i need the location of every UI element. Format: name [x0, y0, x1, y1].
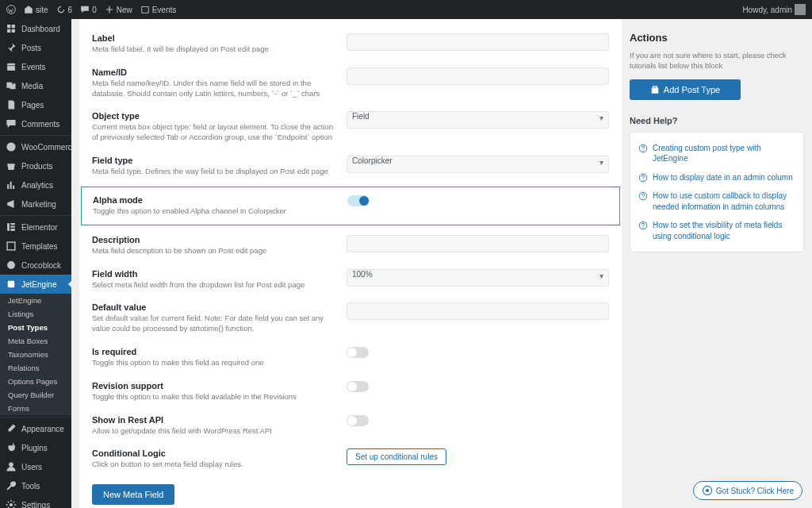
submenu-meta-boxes[interactable]: Meta Boxes [0, 334, 71, 348]
field-conditional: Conditional LogicClick on button to set … [92, 442, 609, 476]
updates[interactable]: 6 [56, 5, 73, 14]
revision-toggle[interactable] [347, 381, 369, 392]
menu-settings[interactable]: Settings [0, 495, 71, 508]
menu-events[interactable]: Events [0, 57, 71, 76]
field-description: DescriptionMeta field description to be … [92, 229, 609, 263]
help-link[interactable]: Creating custom post type with JetEngine [638, 139, 795, 168]
account-link[interactable]: Howdy, admin [742, 4, 806, 15]
svg-point-19 [642, 198, 643, 198]
menu-woocommerce[interactable]: WooCommerce [0, 137, 71, 156]
svg-point-17 [642, 179, 643, 180]
menu-analytics[interactable]: Analytics [0, 175, 71, 194]
menu-templates[interactable]: Templates [0, 237, 71, 256]
svg-rect-1 [142, 6, 148, 13]
svg-point-0 [7, 6, 16, 14]
menu-tools[interactable]: Tools [0, 476, 71, 495]
menu-plugins[interactable]: Plugins [0, 438, 71, 457]
help-title: Need Help? [630, 116, 804, 125]
svg-rect-7 [10, 229, 15, 231]
field-label: LabelMeta field label. It will be displa… [92, 27, 609, 61]
object-type-select[interactable]: Field [347, 111, 609, 129]
field-object-type: Object typeCurrent meta box object type:… [92, 105, 609, 149]
svg-rect-5 [10, 223, 15, 225]
wp-logo[interactable] [6, 5, 16, 14]
admin-topbar: site 6 0 New Events Howdy, admin [0, 0, 812, 19]
help-link[interactable]: How to set the visibility of meta fields… [638, 216, 795, 245]
submenu-taxonomies[interactable]: Taxonomies [0, 348, 71, 361]
admin-sidebar: DashboardPostsEventsMediaPagesCommentsWo… [0, 19, 71, 508]
submenu-relations[interactable]: Relations [0, 361, 71, 375]
menu-posts[interactable]: Posts [0, 38, 71, 57]
field-default: Default valueSet default value for curre… [92, 296, 609, 341]
comments-count[interactable]: 0 [80, 5, 97, 14]
menu-crocoblock[interactable]: Crocoblock [0, 256, 71, 275]
svg-point-12 [10, 503, 13, 506]
menu-users[interactable]: Users [0, 457, 71, 476]
nameid-input[interactable] [347, 67, 609, 85]
svg-point-11 [9, 462, 13, 467]
rest-toggle[interactable] [347, 415, 369, 426]
svg-rect-2 [7, 64, 15, 71]
svg-rect-6 [10, 226, 15, 228]
menu-media[interactable]: Media [0, 76, 71, 95]
default-input[interactable] [347, 302, 609, 320]
new-meta-field-button[interactable]: New Meta Field [92, 484, 174, 505]
svg-point-21 [642, 227, 643, 228]
svg-point-15 [642, 150, 643, 151]
side-panel: Actions If you are not sure where to sta… [630, 19, 812, 508]
label-input[interactable] [347, 33, 609, 51]
menu-pages[interactable]: Pages [0, 95, 71, 114]
menu-marketing[interactable]: Marketing [0, 194, 71, 214]
field-type-select[interactable]: Colorpicker [347, 156, 609, 173]
field-type: Field typeMeta field type. Defines the w… [92, 149, 609, 183]
svg-point-9 [7, 261, 15, 269]
menu-jetengine[interactable]: JetEngine [0, 275, 71, 294]
avatar-icon [795, 4, 806, 15]
add-post-type-button[interactable]: Add Post Type [630, 79, 741, 100]
field-alpha-mode: Alpha modeToggle this option to enabled … [81, 187, 620, 225]
submenu-forms[interactable]: Forms [0, 402, 71, 415]
site-link[interactable]: site [24, 5, 48, 14]
svg-point-3 [6, 142, 15, 151]
menu-appearance[interactable]: Appearance [0, 419, 71, 438]
field-required: Is requiredToggle this option to make th… [92, 341, 609, 375]
width-select[interactable]: 100% [347, 269, 609, 287]
meta-field-form: LabelMeta field label. It will be displa… [79, 19, 622, 508]
field-nameid: Name/IDMeta field name/key/ID. Under thi… [92, 61, 609, 106]
submenu-query-builder[interactable]: Query Builder [0, 388, 71, 402]
conditional-rules-button[interactable]: Set up conditional rules [347, 448, 446, 465]
svg-rect-8 [7, 242, 15, 250]
menu-products[interactable]: Products [0, 156, 71, 175]
help-link[interactable]: How to display date in an admin column [638, 168, 795, 187]
svg-rect-10 [8, 281, 14, 287]
required-toggle[interactable] [347, 347, 369, 358]
field-width: Field widthSelect meta field width from … [92, 263, 609, 297]
events-link[interactable]: Events [140, 5, 177, 14]
alpha-toggle[interactable] [347, 195, 370, 206]
actions-hint: If you are not sure where to start, plea… [630, 50, 804, 71]
menu-comments[interactable]: Comments [0, 114, 71, 133]
new-content[interactable]: New [105, 5, 132, 14]
svg-rect-4 [7, 223, 10, 231]
menu-elementor[interactable]: Elementor [0, 217, 71, 237]
description-input[interactable] [347, 235, 609, 252]
submenu-listings[interactable]: Listings [0, 307, 71, 321]
svg-point-23 [706, 489, 709, 492]
field-rest: Show in Rest APIAllow to get/update this… [92, 409, 609, 443]
actions-title: Actions [630, 32, 804, 44]
submenu-jetengine[interactable]: JetEngine [0, 294, 71, 307]
menu-dashboard[interactable]: Dashboard [0, 19, 71, 38]
submenu-post-types[interactable]: Post Types [0, 321, 71, 334]
got-stuck-button[interactable]: Got Stuck? Click Here [693, 481, 802, 500]
submenu-options-pages[interactable]: Options Pages [0, 375, 71, 388]
help-link[interactable]: How to use custom callback to display ne… [638, 187, 795, 216]
field-revision: Revision supportToggle this option to ma… [92, 375, 609, 409]
